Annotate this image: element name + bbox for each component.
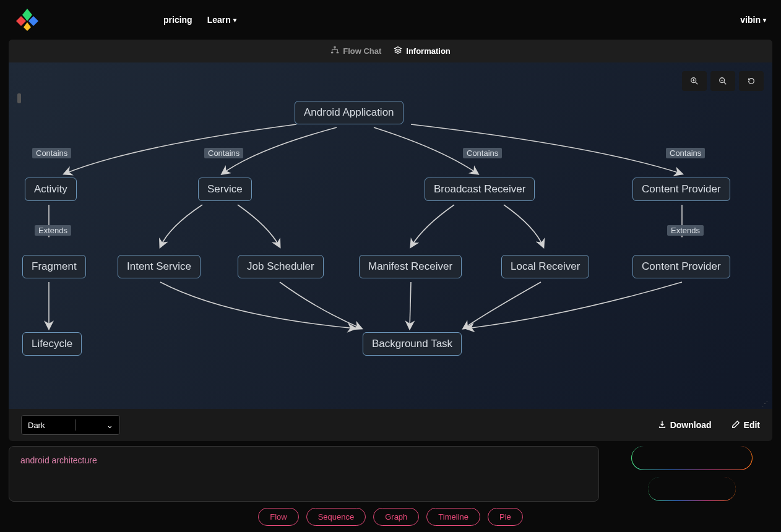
theme-selected: Dark — [28, 421, 45, 430]
svg-marker-2 — [24, 22, 31, 31]
tab-flow-chat[interactable]: Flow Chat — [330, 46, 381, 56]
edit-label: Edit — [744, 420, 760, 430]
user-menu[interactable]: vibin▾ — [740, 15, 766, 25]
tabs: Flow Chat Information — [9, 40, 772, 62]
node-content-provider-2[interactable]: Content Provider — [632, 255, 730, 278]
nav-learn[interactable]: Learn▾ — [207, 15, 236, 25]
node-activity[interactable]: Activity — [25, 178, 77, 201]
header: pricing Learn▾ vibin▾ — [0, 0, 781, 40]
chip-graph[interactable]: Graph — [373, 508, 419, 526]
nav-pricing[interactable]: pricing — [163, 15, 192, 25]
upload-label: Upload a file — [666, 484, 717, 494]
nav-learn-label: Learn — [207, 15, 231, 25]
node-fragment[interactable]: Fragment — [22, 255, 86, 278]
resize-handle[interactable]: ⋰ — [762, 400, 769, 407]
tab-label: Information — [406, 46, 451, 56]
node-manifest-receiver[interactable]: Manifest Receiver — [359, 255, 462, 278]
generate-label: Generate AI diagram — [650, 453, 734, 463]
edge-label-extends: Extends — [35, 225, 71, 236]
nav: pricing Learn▾ — [163, 15, 236, 25]
edge-label-contains: Contains — [204, 148, 243, 158]
chip-pie[interactable]: Pie — [488, 508, 523, 526]
chip-flow[interactable]: Flow — [258, 508, 298, 526]
zoom-controls — [682, 71, 764, 91]
diagram-canvas[interactable]: ⋰ Android Applicati — [9, 62, 772, 409]
download-button[interactable]: Download — [658, 420, 712, 431]
logo[interactable] — [15, 7, 40, 32]
edge-label-contains: Contains — [32, 148, 71, 158]
chevron-down-icon: ▾ — [233, 17, 236, 24]
tab-label: Flow Chat — [343, 46, 381, 56]
zoom-in-button[interactable] — [682, 71, 707, 91]
download-label: Download — [670, 420, 712, 430]
node-android-application[interactable]: Android Application — [295, 101, 403, 124]
svg-line-12 — [724, 82, 727, 85]
node-job-scheduler[interactable]: Job Scheduler — [238, 255, 324, 278]
bottom-bar: Dark ⌄ Download Edit — [9, 409, 772, 441]
edge-label-extends: Extends — [667, 225, 704, 236]
node-service[interactable]: Service — [198, 178, 252, 201]
svg-rect-4 — [334, 46, 336, 48]
edit-icon — [731, 420, 740, 431]
chip-timeline[interactable]: Timeline — [426, 508, 480, 526]
diagram-type-chips: Flow Sequence Graph Timeline Pie — [0, 502, 781, 526]
node-content-provider[interactable]: Content Provider — [632, 178, 730, 201]
edge-label-contains: Contains — [463, 148, 502, 158]
chip-sequence[interactable]: Sequence — [306, 508, 366, 526]
input-row: android architecture Generate AI diagram… — [0, 446, 781, 502]
panel-handle[interactable] — [17, 93, 21, 103]
node-intent-service[interactable]: Intent Service — [118, 255, 201, 278]
chevron-down-icon: ▾ — [763, 17, 766, 24]
node-background-task[interactable]: Background Task — [363, 332, 462, 356]
select-divider — [76, 419, 76, 431]
side-buttons: Generate AI diagram Upload a file — [611, 446, 772, 500]
svg-rect-6 — [337, 52, 339, 54]
chevron-down-icon: ⌄ — [106, 421, 113, 430]
tab-information[interactable]: Information — [394, 46, 451, 56]
node-broadcast-receiver[interactable]: Broadcast Receiver — [425, 178, 535, 201]
user-name: vibin — [740, 15, 761, 25]
sitemap-icon — [330, 46, 339, 56]
edge-label-contains: Contains — [666, 148, 705, 158]
main-panel: Flow Chat Information ⋰ — [9, 40, 772, 441]
zoom-out-button[interactable] — [710, 71, 735, 91]
theme-select[interactable]: Dark ⌄ — [21, 415, 120, 435]
node-lifecycle[interactable]: Lifecycle — [22, 332, 82, 356]
download-icon — [658, 420, 667, 431]
node-local-receiver[interactable]: Local Receiver — [501, 255, 589, 278]
reset-button[interactable] — [739, 71, 764, 91]
generate-button[interactable]: Generate AI diagram — [632, 446, 752, 470]
svg-rect-5 — [331, 52, 334, 54]
svg-line-8 — [696, 82, 698, 85]
prompt-input[interactable]: android architecture — [9, 446, 599, 502]
layers-icon — [394, 46, 402, 56]
upload-button[interactable]: Upload a file — [648, 477, 735, 500]
edit-button[interactable]: Edit — [731, 420, 760, 431]
